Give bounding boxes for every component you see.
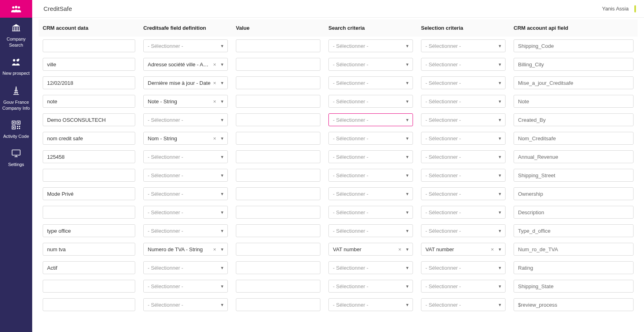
clear-icon[interactable]: × bbox=[211, 247, 219, 252]
combo-label: - Sélectionner - bbox=[425, 302, 496, 308]
crm-account-data-input[interactable] bbox=[43, 169, 135, 182]
sidebar-item-company-search[interactable]: Company Search bbox=[0, 18, 32, 52]
value-input[interactable] bbox=[236, 95, 320, 108]
selection-criteria-select[interactable]: - Sélectionner -▼ bbox=[421, 95, 506, 108]
combo-label: - Sélectionner - bbox=[333, 172, 404, 178]
search-criteria-select[interactable]: - Sélectionner -▼ bbox=[328, 206, 413, 219]
value-input[interactable] bbox=[236, 169, 320, 182]
chevron-down-icon: ▼ bbox=[220, 303, 224, 307]
search-criteria-select[interactable]: - Sélectionner -▼ bbox=[328, 224, 413, 237]
creditsafe-field-definition-select[interactable]: - Sélectionner -▼ bbox=[143, 206, 228, 219]
crm-account-data-input[interactable] bbox=[43, 113, 135, 126]
selection-criteria-select[interactable]: - Sélectionner -▼ bbox=[421, 39, 506, 52]
clear-icon[interactable]: × bbox=[211, 99, 219, 104]
creditsafe-field-definition-select[interactable]: Note - String×▼ bbox=[143, 95, 228, 108]
value-input[interactable] bbox=[236, 58, 320, 71]
combo-label: - Sélectionner - bbox=[333, 302, 404, 308]
selection-criteria-select[interactable]: - Sélectionner -▼ bbox=[421, 280, 506, 293]
clear-icon[interactable]: × bbox=[211, 80, 219, 86]
creditsafe-field-definition-select[interactable]: - Sélectionner -▼ bbox=[143, 113, 228, 126]
selection-criteria-select[interactable]: - Sélectionner -▼ bbox=[421, 206, 506, 219]
selection-criteria-select[interactable]: - Sélectionner -▼ bbox=[421, 76, 506, 89]
crm-account-data-input[interactable] bbox=[43, 58, 135, 71]
value-input[interactable] bbox=[236, 132, 320, 145]
creditsafe-field-definition-select[interactable]: Adresse société ville - Adr...×▼ bbox=[143, 58, 228, 71]
search-criteria-select[interactable]: - Sélectionner -▼ bbox=[328, 95, 413, 108]
value-input[interactable] bbox=[236, 187, 320, 200]
value-input[interactable] bbox=[236, 224, 320, 237]
sidebar-item-label: Gouv France Company Info bbox=[2, 100, 30, 111]
value-input[interactable] bbox=[236, 150, 320, 163]
value-input[interactable] bbox=[236, 76, 320, 89]
search-criteria-select[interactable]: VAT number×▼ bbox=[328, 243, 413, 256]
selection-criteria-select[interactable]: - Sélectionner -▼ bbox=[421, 113, 506, 126]
creditsafe-field-definition-select[interactable]: Dernière mise à jour - Date×▼ bbox=[143, 76, 228, 89]
selection-criteria-select[interactable]: - Sélectionner -▼ bbox=[421, 58, 506, 71]
creditsafe-field-definition-select[interactable]: - Sélectionner -▼ bbox=[143, 39, 228, 52]
sidebar-item-new-prospect[interactable]: New prospect bbox=[0, 52, 32, 80]
crm-account-data-input[interactable] bbox=[43, 280, 135, 293]
crm-account-data-input[interactable] bbox=[43, 76, 135, 89]
clear-icon[interactable]: × bbox=[211, 62, 219, 67]
selection-criteria-select[interactable]: - Sélectionner -▼ bbox=[421, 187, 506, 200]
crm-account-data-input[interactable] bbox=[43, 261, 135, 274]
value-input[interactable] bbox=[236, 206, 320, 219]
selection-criteria-select[interactable]: - Sélectionner -▼ bbox=[421, 169, 506, 182]
sidebar-item-activity-code[interactable]: Activity Code bbox=[0, 115, 32, 143]
selection-criteria-select[interactable]: - Sélectionner -▼ bbox=[421, 150, 506, 163]
sidebar-item-gouv-france[interactable]: Gouv France Company Info bbox=[0, 80, 32, 115]
crm-account-data-input[interactable] bbox=[43, 243, 135, 256]
search-criteria-select[interactable]: - Sélectionner -▼ bbox=[328, 298, 413, 311]
crm-account-data-input[interactable] bbox=[43, 206, 135, 219]
creditsafe-field-definition-select[interactable]: Nom - String×▼ bbox=[143, 132, 228, 145]
search-criteria-select[interactable]: - Sélectionner -▼ bbox=[328, 280, 413, 293]
clear-icon[interactable]: × bbox=[489, 247, 497, 252]
search-criteria-select[interactable]: - Sélectionner -▼ bbox=[328, 169, 413, 182]
value-input[interactable] bbox=[236, 243, 320, 256]
search-criteria-select[interactable]: - Sélectionner -▼ bbox=[328, 113, 413, 126]
search-criteria-select[interactable]: - Sélectionner -▼ bbox=[328, 261, 413, 274]
search-criteria-select[interactable]: - Sélectionner -▼ bbox=[328, 187, 413, 200]
selection-criteria-select[interactable]: - Sélectionner -▼ bbox=[421, 132, 506, 145]
value-input[interactable] bbox=[236, 39, 320, 52]
chevron-down-icon: ▼ bbox=[405, 247, 409, 252]
selection-criteria-select[interactable]: - Sélectionner -▼ bbox=[421, 261, 506, 274]
creditsafe-field-definition-select[interactable]: - Sélectionner -▼ bbox=[143, 298, 228, 311]
value-input[interactable] bbox=[236, 113, 320, 126]
value-input[interactable] bbox=[236, 298, 320, 311]
crm-account-data-input[interactable] bbox=[43, 150, 135, 163]
crm-api-field: Annual_Revenue bbox=[514, 150, 634, 163]
search-criteria-select[interactable]: - Sélectionner -▼ bbox=[328, 132, 413, 145]
selection-criteria-select[interactable]: - Sélectionner -▼ bbox=[421, 224, 506, 237]
search-criteria-select[interactable]: - Sélectionner -▼ bbox=[328, 39, 413, 52]
crm-account-data-input[interactable] bbox=[43, 132, 135, 145]
clear-icon[interactable]: × bbox=[211, 136, 219, 141]
value-input[interactable] bbox=[236, 280, 320, 293]
user-name[interactable]: Yanis Assia bbox=[602, 6, 629, 12]
chevron-down-icon: ▼ bbox=[498, 284, 502, 289]
clear-icon[interactable]: × bbox=[396, 247, 404, 252]
sidebar-item-settings[interactable]: Settings bbox=[0, 143, 32, 171]
crm-account-data-input[interactable] bbox=[43, 39, 135, 52]
crm-account-data-input[interactable] bbox=[43, 298, 135, 311]
chevron-down-icon: ▼ bbox=[405, 210, 409, 215]
search-criteria-select[interactable]: - Sélectionner -▼ bbox=[328, 58, 413, 71]
crm-account-data-input[interactable] bbox=[43, 224, 135, 237]
creditsafe-field-definition-select[interactable]: - Sélectionner -▼ bbox=[143, 280, 228, 293]
selection-criteria-select[interactable]: VAT number×▼ bbox=[421, 243, 506, 256]
creditsafe-field-definition-select[interactable]: - Sélectionner -▼ bbox=[143, 224, 228, 237]
creditsafe-field-definition-select[interactable]: Numero de TVA - String×▼ bbox=[143, 243, 228, 256]
content: CRM account data Creditsafe field defini… bbox=[32, 18, 644, 332]
search-criteria-select[interactable]: - Sélectionner -▼ bbox=[328, 76, 413, 89]
chevron-down-icon: ▼ bbox=[498, 210, 502, 215]
selection-criteria-select[interactable]: - Sélectionner -▼ bbox=[421, 298, 506, 311]
creditsafe-field-definition-select[interactable]: - Sélectionner -▼ bbox=[143, 150, 228, 163]
value-input[interactable] bbox=[236, 261, 320, 274]
creditsafe-field-definition-select[interactable]: - Sélectionner -▼ bbox=[143, 261, 228, 274]
combo-label: Dernière mise à jour - Date bbox=[148, 80, 211, 86]
creditsafe-field-definition-select[interactable]: - Sélectionner -▼ bbox=[143, 187, 228, 200]
crm-account-data-input[interactable] bbox=[43, 187, 135, 200]
search-criteria-select[interactable]: - Sélectionner -▼ bbox=[328, 150, 413, 163]
crm-account-data-input[interactable] bbox=[43, 95, 135, 108]
creditsafe-field-definition-select[interactable]: - Sélectionner -▼ bbox=[143, 169, 228, 182]
